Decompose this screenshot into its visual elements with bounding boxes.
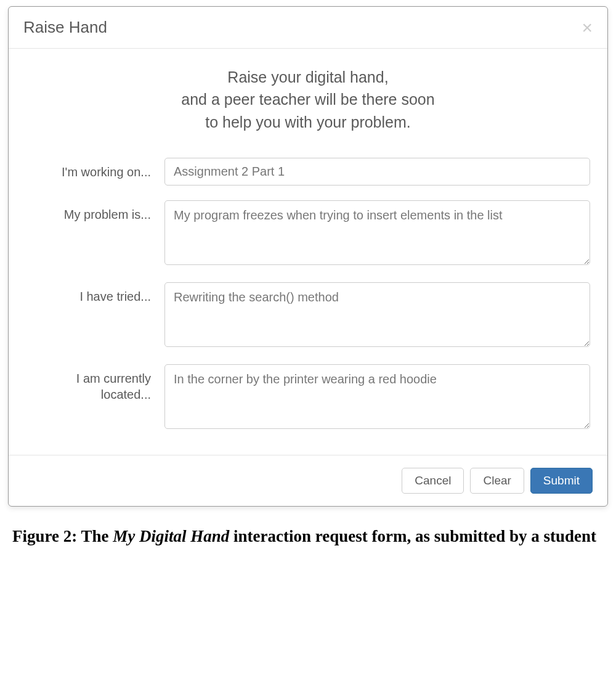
raise-hand-modal: Raise Hand × Raise your digital hand, an… bbox=[8, 6, 608, 507]
form-row-problem: My problem is... My program freezes when… bbox=[26, 200, 590, 267]
caption-prefix: Figure 2: The bbox=[12, 527, 113, 545]
submit-button[interactable]: Submit bbox=[530, 468, 593, 494]
modal-body: Raise your digital hand, and a peer teac… bbox=[9, 49, 607, 455]
intro-line-2: and a peer teacher will be there soon bbox=[181, 91, 434, 108]
close-icon[interactable]: × bbox=[582, 18, 593, 37]
form-row-working-on: I'm working on... bbox=[26, 158, 590, 186]
modal-title: Raise Hand bbox=[23, 18, 107, 37]
modal-header: Raise Hand × bbox=[9, 7, 607, 49]
intro-text: Raise your digital hand, and a peer teac… bbox=[26, 66, 590, 133]
form-row-tried: I have tried... Rewriting the search() m… bbox=[26, 282, 590, 349]
problem-label: My problem is... bbox=[26, 200, 164, 222]
modal-footer: Cancel Clear Submit bbox=[9, 455, 607, 506]
located-label: I am currently located... bbox=[26, 364, 164, 402]
figure-caption: Figure 2: The My Digital Hand interactio… bbox=[6, 525, 610, 553]
form-row-located: I am currently located... In the corner … bbox=[26, 364, 590, 431]
caption-italic: My Digital Hand bbox=[113, 527, 229, 545]
intro-line-3: to help you with your problem. bbox=[205, 113, 411, 131]
intro-line-1: Raise your digital hand, bbox=[227, 68, 388, 86]
caption-suffix: interaction request form, as submitted b… bbox=[229, 527, 596, 545]
working-on-input[interactable] bbox=[164, 158, 590, 186]
located-textarea[interactable]: In the corner by the printer wearing a r… bbox=[164, 364, 590, 429]
working-on-label: I'm working on... bbox=[26, 158, 164, 180]
clear-button[interactable]: Clear bbox=[470, 468, 524, 494]
cancel-button[interactable]: Cancel bbox=[402, 468, 464, 494]
problem-textarea[interactable]: My program freezes when trying to insert… bbox=[164, 200, 590, 265]
tried-label: I have tried... bbox=[26, 282, 164, 304]
tried-textarea[interactable]: Rewriting the search() method bbox=[164, 282, 590, 347]
